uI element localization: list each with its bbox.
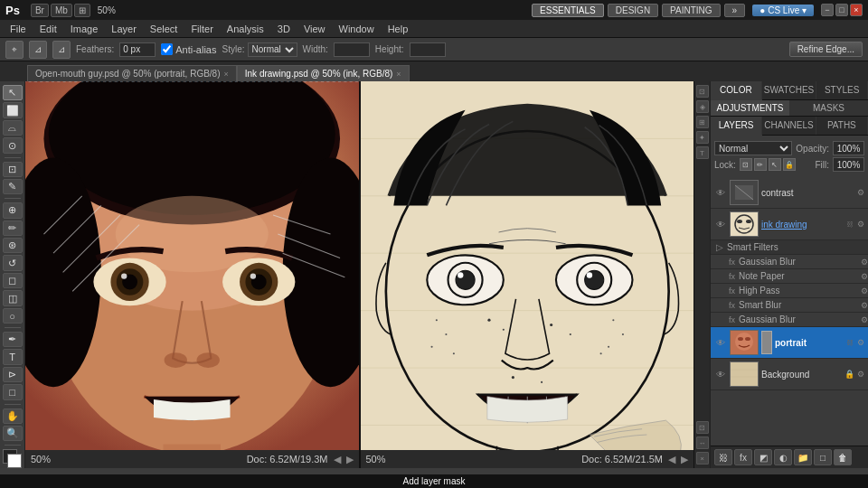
gaussian-blur-1-layer[interactable]: fx Gaussian Blur ⚙ (711, 255, 868, 269)
width-input[interactable] (334, 42, 370, 57)
edge-btn-4[interactable]: ✦ (696, 131, 709, 144)
background-settings-icon[interactable]: ⚙ (857, 370, 864, 379)
smart-blur-layer[interactable]: fx Smart Blur ⚙ (711, 298, 868, 313)
menu-help[interactable]: Help (382, 23, 415, 35)
portrait-settings-icon[interactable]: ⚙ (857, 338, 864, 347)
menu-select[interactable]: Select (144, 23, 184, 35)
layers-tab[interactable]: LAYERS (711, 117, 762, 136)
lasso-tool[interactable]: ⌓ (3, 120, 23, 136)
color-tab[interactable]: COLOR (711, 81, 762, 100)
close-portrait-tab[interactable]: × (224, 70, 229, 79)
crop-tool[interactable]: ⊡ (3, 162, 23, 177)
menu-image[interactable]: Image (64, 23, 105, 35)
clone-tool[interactable]: ⊛ (3, 238, 23, 253)
filter-settings-2[interactable]: ⚙ (861, 272, 868, 281)
portrait-eye[interactable]: 👁 (714, 336, 727, 349)
type-tool[interactable]: T (3, 349, 23, 364)
adjustments-tab[interactable]: ADJUSTMENTS (711, 100, 789, 116)
feathers-input[interactable] (119, 42, 156, 57)
lock-move-icon[interactable]: ↖ (769, 158, 781, 171)
menu-3d[interactable]: 3D (271, 23, 297, 35)
menu-view[interactable]: View (297, 23, 332, 35)
brush-tool[interactable]: ✏ (3, 221, 23, 236)
dodge-tool[interactable]: ○ (3, 308, 23, 324)
refine-edge-btn[interactable]: Refine Edge... (789, 42, 863, 57)
anti-alias-checkbox[interactable]: Anti-alias (161, 43, 216, 55)
doc-tab-ink[interactable]: Ink drawing.psd @ 50% (ink, RGB/8) × (237, 65, 410, 81)
minimize-btn[interactable]: − (821, 4, 834, 16)
edge-btn-bottom-2[interactable]: ↔ (696, 436, 709, 449)
quick-select-tool[interactable]: ⊙ (3, 137, 23, 153)
doc-tab-portrait[interactable]: Open-mouth guy.psd @ 50% (portrait, RGB/… (27, 65, 237, 81)
fill-input[interactable] (833, 157, 864, 172)
history-brush-tool[interactable]: ↺ (3, 255, 23, 270)
new-group-btn[interactable]: 📁 (794, 449, 812, 465)
healing-tool[interactable]: ⊕ (3, 202, 23, 218)
gaussian-blur-2-layer[interactable]: fx Gaussian Blur ⚙ (711, 313, 868, 327)
new-layer-btn[interactable]: □ (814, 449, 832, 465)
filter-settings-5[interactable]: ⚙ (861, 315, 868, 324)
canvas-left[interactable]: 50% Doc: 6.52M/19.3M ◀ ▶ (25, 81, 361, 468)
menu-file[interactable]: File (4, 23, 33, 35)
lock-transparency-icon[interactable]: ⊡ (740, 158, 752, 171)
menu-analysis[interactable]: Analysis (221, 23, 270, 35)
high-pass-layer[interactable]: fx High Pass ⚙ (711, 284, 868, 298)
edge-btn-5[interactable]: T (696, 146, 709, 159)
style-select[interactable]: Normal (248, 42, 297, 57)
opacity-input[interactable] (833, 141, 864, 155)
menu-edit[interactable]: Edit (33, 23, 63, 35)
more-workspaces-btn[interactable]: » (724, 4, 746, 17)
ink-eye[interactable]: 👁 (714, 218, 727, 230)
eraser-tool[interactable]: ◻ (3, 273, 23, 288)
close-ink-tab[interactable]: × (396, 70, 401, 79)
hand-tool[interactable]: ✋ (3, 408, 23, 424)
arrange-btn[interactable]: ⊞ (74, 4, 90, 17)
masks-tab[interactable]: MASKS (789, 100, 868, 116)
paths-tab[interactable]: PATHS (816, 117, 868, 135)
design-btn[interactable]: DESIGN (608, 4, 658, 17)
styles-tab[interactable]: STYLES (816, 81, 868, 99)
lasso-tool-icon[interactable]: ⌖ (5, 41, 24, 59)
layer-link-btn[interactable]: ⛓ (714, 449, 732, 465)
lock-paint-icon[interactable]: ✏ (754, 158, 767, 171)
cs-live-btn[interactable]: ● CS Live ▾ (752, 5, 814, 16)
mini-bridge-btn[interactable]: Mb (51, 4, 72, 17)
eyedropper-tool[interactable]: ✎ (3, 179, 23, 194)
right-nav-prev[interactable]: ◀ (668, 454, 675, 465)
lock-all-icon[interactable]: 🔒 (783, 158, 796, 171)
swatches-tab[interactable]: SWATCHES (762, 81, 817, 99)
zoom-tool[interactable]: 🔍 (3, 426, 23, 441)
edge-btn-2[interactable]: ◈ (696, 100, 709, 113)
maximize-btn[interactable]: □ (835, 4, 848, 16)
height-input[interactable] (410, 42, 446, 57)
canvas-right[interactable]: 50% Doc: 6.52M/21.5M ◀ ▶ (361, 81, 694, 468)
color-swatch[interactable] (3, 449, 23, 465)
portrait-layer[interactable]: 👁 portrait ⛓ ⚙ (711, 327, 868, 359)
ink-layer-name[interactable]: ink drawing (761, 220, 843, 230)
delete-layer-btn[interactable]: 🗑 (834, 449, 852, 465)
painting-btn[interactable]: PAINTING (662, 4, 720, 17)
menu-layer[interactable]: Layer (105, 23, 143, 35)
background-eye[interactable]: 👁 (714, 368, 727, 380)
layer-fx-btn[interactable]: fx (734, 449, 752, 465)
edge-btn-bottom-1[interactable]: ⊡ (696, 421, 709, 434)
ink-settings-icon[interactable]: ⚙ (857, 220, 864, 229)
edge-btn-3[interactable]: ⊞ (696, 116, 709, 128)
close-btn[interactable]: × (850, 4, 863, 16)
poly-lasso-icon[interactable]: ⊿ (29, 41, 47, 59)
left-nav-prev[interactable]: ◀ (334, 454, 341, 465)
contrast-settings-icon[interactable]: ⚙ (857, 188, 864, 197)
ink-drawing-layer[interactable]: 👁 ink drawing ⛓ ⚙ (711, 209, 868, 240)
mag-lasso-icon[interactable]: ⊿ (52, 41, 71, 59)
gradient-tool[interactable]: ◫ (3, 290, 23, 305)
blend-mode-select[interactable]: Normal (714, 141, 792, 155)
essentials-btn[interactable]: ESSENTIALS (532, 4, 604, 17)
edge-btn-bottom-3[interactable]: × (696, 452, 709, 465)
contrast-layer[interactable]: 👁 contrast ⚙ (711, 177, 868, 209)
bridge-btn[interactable]: Br (31, 4, 49, 17)
menu-filter[interactable]: Filter (184, 23, 219, 35)
menu-window[interactable]: Window (333, 23, 381, 35)
background-layer[interactable]: 👁 Background 🔒 ⚙ (711, 359, 868, 390)
edge-btn-1[interactable]: ⊡ (696, 85, 709, 98)
filter-settings-4[interactable]: ⚙ (861, 301, 868, 310)
